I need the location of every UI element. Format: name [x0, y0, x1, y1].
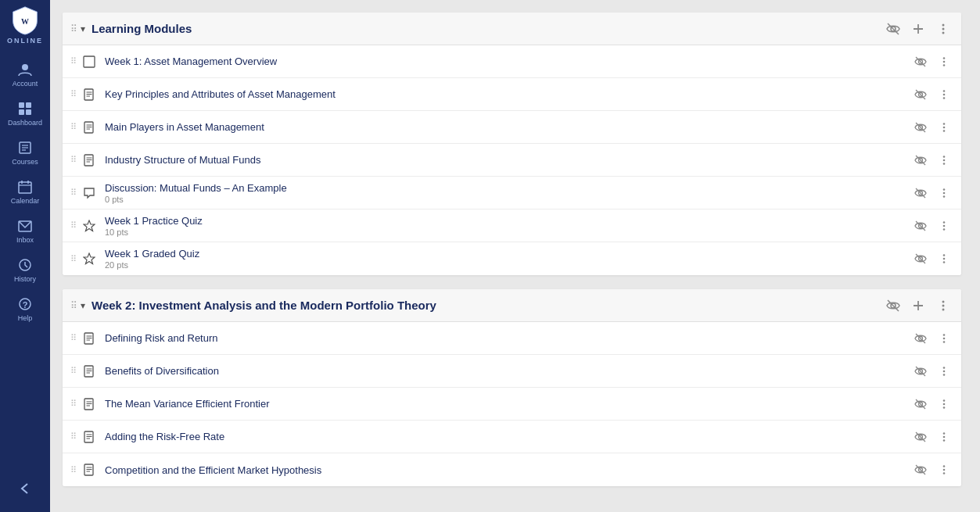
sidebar-item-courses[interactable]: Courses	[0, 131, 50, 170]
item-more-btn[interactable]	[935, 462, 953, 478]
module-header-week2: ⠿ ▾ Week 2: Investment Analysis and the …	[63, 289, 961, 322]
back-icon[interactable]	[16, 480, 34, 501]
item-drag-handle[interactable]: ⠿	[70, 431, 77, 442]
item-more-btn[interactable]	[935, 87, 953, 102]
item-title: Defining Risk and Return	[105, 332, 911, 344]
module-drag-handle[interactable]: ⠿	[70, 23, 77, 34]
sidebar-item-dashboard[interactable]: Dashboard	[0, 92, 50, 131]
item-more-btn[interactable]	[935, 429, 953, 445]
list-item: ⠿ Discussion: Mutual Funds – An Example …	[63, 177, 961, 209]
item-visibility-btn[interactable]	[911, 331, 930, 346]
item-more-btn[interactable]	[935, 251, 953, 267]
page-icon	[81, 429, 97, 445]
item-visibility-btn[interactable]	[911, 87, 930, 102]
module-add-btn[interactable]	[908, 20, 928, 38]
item-title: Industry Structure of Mutual Funds	[105, 154, 911, 166]
item-drag-handle[interactable]: ⠿	[70, 465, 77, 475]
item-visibility-btn[interactable]	[911, 54, 930, 70]
module-section-week2: ⠿ ▾ Week 2: Investment Analysis and the …	[63, 289, 961, 486]
module-drag-handle[interactable]: ⠿	[70, 300, 77, 311]
module-visibility-btn[interactable]	[883, 20, 903, 38]
svg-point-22	[942, 23, 945, 26]
sidebar-item-calendar[interactable]: Calendar	[0, 170, 50, 209]
svg-point-79	[942, 300, 945, 303]
svg-point-46	[943, 123, 946, 125]
item-actions	[911, 185, 953, 201]
history-icon	[16, 256, 34, 274]
item-more-btn[interactable]	[935, 152, 953, 168]
item-visibility-btn[interactable]	[911, 396, 930, 412]
sidebar-help-label: Help	[18, 314, 33, 322]
sidebar-item-help[interactable]: ? Help	[0, 288, 50, 327]
item-drag-handle[interactable]: ⠿	[70, 89, 77, 99]
item-drag-handle[interactable]: ⠿	[70, 122, 77, 132]
item-drag-handle[interactable]: ⠿	[70, 188, 77, 198]
item-title: Competition and the Efficient Market Hyp…	[105, 464, 911, 476]
item-visibility-btn[interactable]	[911, 120, 930, 135]
item-visibility-btn[interactable]	[911, 152, 930, 168]
svg-point-1	[22, 64, 28, 70]
account-icon	[16, 61, 34, 78]
item-more-btn[interactable]	[935, 331, 953, 346]
item-visibility-btn[interactable]	[911, 462, 930, 478]
courses-icon	[16, 139, 34, 156]
svg-point-80	[942, 304, 945, 306]
list-item: ⠿ The Mean Variance Efficient Frontier	[63, 388, 961, 421]
module-add-btn[interactable]	[908, 297, 928, 314]
module-title-learning-modules: Learning Modules	[92, 22, 883, 35]
item-drag-handle[interactable]: ⠿	[70, 366, 77, 376]
sidebar-courses-label: Courses	[12, 158, 38, 166]
item-pts: 20 pts	[105, 260, 911, 270]
item-actions	[911, 396, 953, 412]
sidebar-calendar-label: Calendar	[11, 197, 40, 205]
module-collapse-arrow[interactable]: ▾	[81, 23, 85, 34]
svg-point-48	[943, 130, 946, 132]
sidebar-item-history[interactable]: History	[0, 249, 50, 288]
item-drag-handle[interactable]: ⠿	[70, 399, 77, 409]
svg-point-74	[943, 261, 946, 263]
sidebar-account-label: Account	[13, 80, 38, 88]
svg-point-124	[943, 465, 946, 467]
item-title: Week 1 Graded Quiz	[105, 248, 911, 260]
item-drag-handle[interactable]: ⠿	[70, 155, 77, 165]
svg-point-115	[943, 432, 946, 435]
svg-point-23	[942, 27, 945, 30]
item-drag-handle[interactable]: ⠿	[70, 254, 77, 264]
item-more-btn[interactable]	[935, 218, 953, 234]
sidebar-item-inbox[interactable]: Inbox	[0, 209, 50, 249]
svg-point-73	[943, 258, 946, 260]
inbox-icon	[16, 217, 34, 235]
item-info: Week 1: Asset Management Overview	[105, 55, 911, 67]
item-drag-handle[interactable]: ⠿	[70, 56, 77, 66]
item-visibility-btn[interactable]	[911, 218, 930, 234]
svg-point-117	[943, 439, 946, 442]
list-item: ⠿ Defining Risk and Return	[63, 322, 961, 355]
svg-text:?: ?	[23, 300, 28, 310]
quiz-icon	[81, 251, 97, 267]
item-more-btn[interactable]	[935, 185, 953, 201]
item-more-btn[interactable]	[935, 396, 953, 412]
module-collapse-arrow[interactable]: ▾	[81, 300, 85, 311]
svg-rect-25	[84, 56, 95, 67]
item-drag-handle[interactable]: ⠿	[70, 220, 77, 231]
item-visibility-btn[interactable]	[911, 363, 930, 379]
item-visibility-btn[interactable]	[911, 251, 930, 267]
svg-point-89	[943, 337, 946, 339]
item-info: The Mean Variance Efficient Frontier	[105, 398, 911, 410]
module-more-btn[interactable]	[933, 20, 953, 38]
main-content: ⠿ ▾ Learning Modules ⠿ Week	[50, 0, 980, 512]
item-more-btn[interactable]	[935, 120, 953, 135]
sidebar-item-account[interactable]: Account	[0, 53, 50, 92]
svg-point-37	[943, 90, 946, 92]
item-more-btn[interactable]	[935, 363, 953, 379]
item-visibility-btn[interactable]	[911, 185, 930, 201]
item-info: Main Players in Asset Management	[105, 121, 911, 133]
svg-text:W: W	[21, 17, 29, 26]
item-visibility-btn[interactable]	[911, 429, 930, 445]
item-title: Discussion: Mutual Funds – An Example	[105, 182, 911, 194]
module-visibility-btn[interactable]	[883, 297, 903, 314]
module-more-btn[interactable]	[933, 297, 953, 314]
item-drag-handle[interactable]: ⠿	[70, 333, 77, 343]
sidebar-logo: W ONLINE	[0, 0, 50, 50]
item-more-btn[interactable]	[935, 54, 953, 70]
